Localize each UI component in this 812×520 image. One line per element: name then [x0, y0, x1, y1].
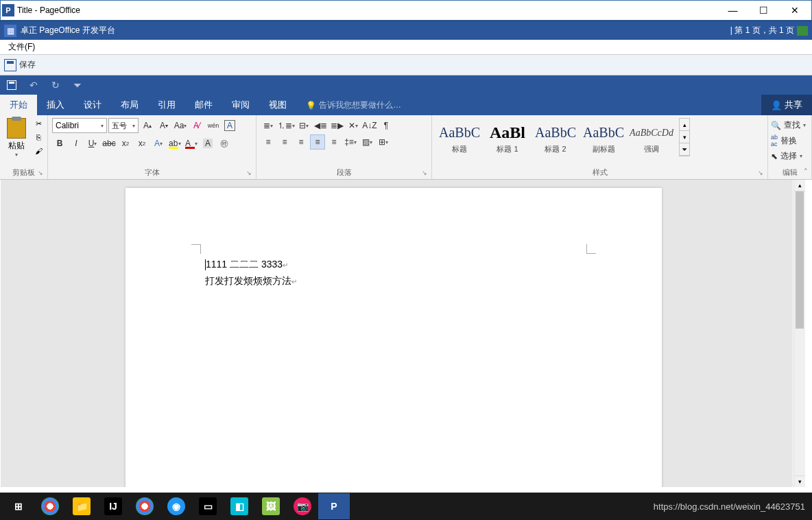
maximize-button[interactable]: ☐ — [748, 1, 779, 20]
clipboard-launcher[interactable]: ↘ — [38, 169, 45, 176]
distribute-button[interactable]: ≡ — [326, 134, 342, 150]
paste-label: 粘贴 — [8, 140, 25, 152]
font-name-combo[interactable]: Calibri▾ — [52, 118, 107, 133]
tab-layout[interactable]: 布局 — [111, 95, 148, 115]
text-line-2[interactable]: 打发打发烦烦烦方法↵ — [205, 273, 297, 289]
scroll-thumb[interactable] — [796, 191, 804, 329]
taskbar-app4[interactable]: 📷 — [287, 493, 318, 519]
find-button[interactable]: 🔍查找▾ — [771, 118, 809, 132]
paste-button[interactable]: 粘贴 ▾ — [4, 117, 29, 158]
taskbar-pageoffice[interactable]: P — [318, 493, 350, 519]
justify-button[interactable]: ≡ — [310, 134, 325, 150]
taskbar-chrome[interactable] — [34, 493, 66, 519]
shading-button[interactable]: ▨▾ — [359, 134, 374, 150]
enclose-char-button[interactable]: ㊕ — [217, 136, 232, 151]
italic-button[interactable]: I — [69, 136, 84, 151]
save-button[interactable]: 保存 — [19, 59, 36, 71]
document-area[interactable]: 1111 二二二 3333↵ 打发打发烦烦烦方法↵ — [1, 180, 793, 487]
format-painter-button[interactable]: 🖌 — [32, 145, 45, 156]
font-color-button[interactable]: A▾ — [184, 136, 199, 151]
redo-button[interactable]: ↻ — [49, 79, 62, 91]
superscript-button[interactable]: x2 — [134, 136, 150, 151]
bold-button[interactable]: B — [52, 136, 67, 151]
undo-button[interactable]: ↶ — [27, 79, 40, 91]
show-marks-button[interactable]: ¶ — [379, 118, 394, 133]
bullets-button[interactable]: ≣▾ — [261, 118, 276, 133]
vertical-scrollbar[interactable]: ▴ ▾ — [793, 180, 805, 487]
paragraph-launcher[interactable]: ↘ — [422, 169, 429, 176]
tab-insert[interactable]: 插入 — [37, 95, 74, 115]
quick-access-toolbar: ↶ ↻ ⏷ — [0, 75, 812, 95]
text-effects-button[interactable]: A▾ — [151, 136, 166, 151]
replace-button[interactable]: abac替换 — [771, 132, 809, 149]
styles-down-button[interactable]: ▾ — [680, 131, 689, 143]
share-button[interactable]: 👤 共享 — [761, 95, 812, 115]
style-item-3[interactable]: AaBbC副标题 — [580, 118, 627, 158]
app-icon: P — [2, 4, 14, 16]
line-spacing-button[interactable]: ‡≡▾ — [343, 134, 358, 150]
decrease-indent-button[interactable]: ◀≣ — [313, 118, 328, 133]
grow-font-button[interactable]: A▴ — [140, 118, 155, 133]
taskbar-app2[interactable]: ◧ — [224, 493, 255, 519]
taskbar-app3[interactable]: 🖼 — [255, 493, 287, 519]
taskbar-intellij[interactable]: IJ — [97, 493, 129, 519]
subscript-button[interactable]: x2 — [118, 136, 133, 151]
styles-up-button[interactable]: ▴ — [680, 119, 689, 131]
increase-indent-button[interactable]: ≣▶ — [329, 118, 344, 133]
sort-button[interactable]: A↓Z — [362, 118, 377, 133]
font-size-combo[interactable]: 五号▾ — [108, 118, 139, 133]
tab-design[interactable]: 设计 — [74, 95, 111, 115]
underline-button[interactable]: U▾ — [85, 136, 100, 151]
scroll-up-button[interactable]: ▴ — [794, 180, 805, 191]
asian-layout-button[interactable]: ✕▾ — [346, 118, 361, 133]
tab-review[interactable]: 审阅 — [222, 95, 259, 115]
expand-icon[interactable] — [797, 26, 808, 36]
scroll-down-button[interactable]: ▾ — [794, 475, 805, 487]
align-left-button[interactable]: ≡ — [261, 134, 276, 150]
font-launcher[interactable]: ↘ — [246, 169, 253, 176]
styles-more-button[interactable]: ⏷ — [680, 143, 689, 156]
change-case-button[interactable]: Aa▾ — [173, 118, 188, 133]
taskbar-explorer[interactable]: 📁 — [66, 493, 97, 519]
start-button[interactable]: ⊞ — [3, 493, 34, 519]
styles-launcher[interactable]: ↘ — [758, 169, 765, 176]
style-item-1[interactable]: AaBl标题 1 — [484, 118, 531, 158]
tab-start[interactable]: 开始 — [0, 95, 37, 115]
text-line-1[interactable]: 1111 二二二 3333↵ — [205, 257, 297, 273]
taskbar-chrome-2[interactable] — [129, 493, 160, 519]
strikethrough-button[interactable]: abc — [102, 136, 117, 151]
highlight-button[interactable]: ab▾ — [167, 136, 182, 151]
clear-format-button[interactable]: A⁄ — [189, 118, 204, 133]
style-item-0[interactable]: AaBbC标题 — [436, 118, 483, 158]
taskbar-terminal[interactable]: ▭ — [192, 493, 224, 519]
multilevel-button[interactable]: ⊟▾ — [296, 118, 311, 133]
style-item-4[interactable]: AaBbCcDd强调 — [628, 118, 675, 158]
tab-references[interactable]: 引用 — [148, 95, 185, 115]
qat-dropdown[interactable]: ⏷ — [71, 79, 84, 91]
char-shading-button[interactable]: A — [200, 136, 215, 151]
style-item-2[interactable]: AaBbC标题 2 — [532, 118, 579, 158]
shrink-font-button[interactable]: A▾ — [156, 118, 171, 133]
borders-button[interactable]: ⊞▾ — [376, 134, 391, 150]
minimize-button[interactable]: — — [717, 1, 748, 20]
phonetic-guide-button[interactable]: wén — [206, 118, 221, 133]
cut-button[interactable]: ✂ — [32, 118, 45, 129]
document-page[interactable]: 1111 二二二 3333↵ 打发打发烦烦烦方法↵ — [126, 188, 662, 487]
tell-me-search[interactable]: 💡 告诉我您想要做什么… — [296, 95, 761, 115]
file-menu[interactable]: 文件(F) — [5, 40, 38, 54]
style-preview: AaBbCcDd — [630, 122, 673, 144]
close-button[interactable]: ✕ — [779, 1, 810, 20]
margin-corner-tl — [191, 244, 201, 254]
align-right-button[interactable]: ≡ — [294, 134, 309, 150]
select-button[interactable]: ⬉选择▾ — [771, 149, 809, 163]
collapse-ribbon-button[interactable]: ˄ — [804, 167, 808, 176]
numbering-button[interactable]: ⒈≣▾ — [277, 118, 295, 133]
tab-mail[interactable]: 邮件 — [185, 95, 222, 115]
char-border-button[interactable]: A — [222, 118, 237, 133]
tab-view[interactable]: 视图 — [259, 95, 296, 115]
qat-save-button[interactable] — [5, 79, 18, 91]
copy-button[interactable]: ⎘ — [32, 132, 45, 143]
document-content[interactable]: 1111 二二二 3333↵ 打发打发烦烦烦方法↵ — [205, 257, 297, 289]
taskbar-app1[interactable]: ◉ — [160, 493, 192, 519]
align-center-button[interactable]: ≡ — [277, 134, 292, 150]
